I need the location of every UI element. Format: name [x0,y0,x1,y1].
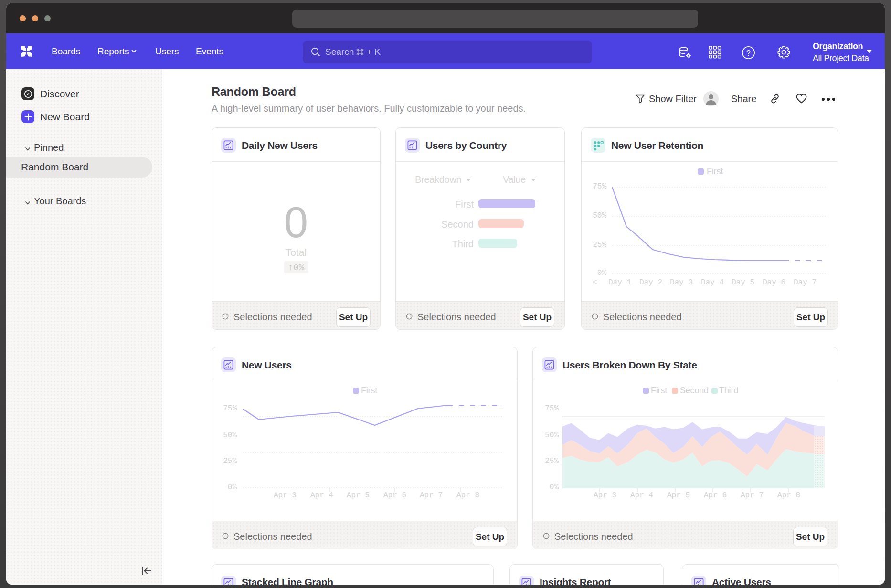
svg-text:?: ? [746,49,751,57]
